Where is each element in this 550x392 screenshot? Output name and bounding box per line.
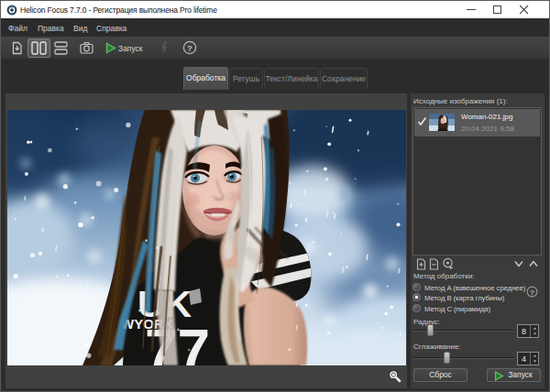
svg-text:?: ? <box>530 289 534 297</box>
svg-text:?: ? <box>187 43 192 53</box>
